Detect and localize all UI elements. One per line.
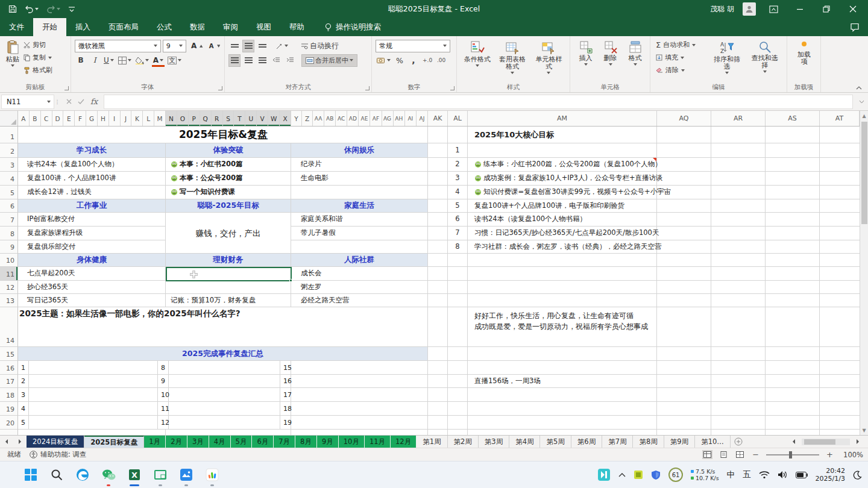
cell-motto[interactable]: 好好工作，快乐生活，用心复盘，让生命有迹可循 成功既是爱，爱是一切原动力，祝福所… (468, 307, 657, 347)
normal-view-icon[interactable] (702, 450, 712, 459)
formula-bar-splitter[interactable]: ⋮ (54, 99, 60, 105)
cell-header[interactable]: 聪聪-2025年目标 (166, 199, 291, 213)
cell[interactable] (657, 388, 711, 402)
cell-goal-item[interactable]: 复盘100讲+个人品牌100讲，电子版和印刷验货 (468, 199, 657, 213)
tray-yellow-app-icon[interactable] (634, 470, 643, 480)
cell-item-number[interactable]: 2 (448, 158, 468, 172)
insert-cells-button[interactable]: 插入 (574, 39, 597, 83)
cell[interactable] (766, 254, 820, 267)
zoom-level[interactable]: 100% (840, 451, 863, 459)
cell[interactable] (468, 430, 657, 435)
cell[interactable]: 纪录片 (291, 158, 428, 172)
cell[interactable] (766, 158, 820, 172)
column-header[interactable]: AC (336, 111, 347, 126)
cell[interactable] (448, 281, 468, 294)
cell[interactable] (766, 127, 820, 143)
tab-help[interactable]: 帮助 (280, 18, 313, 36)
column-header-at[interactable]: AT (820, 111, 860, 126)
undo-icon[interactable] (25, 5, 39, 13)
cell[interactable] (428, 240, 448, 254)
sheet-tab-month[interactable]: 3月 (187, 436, 209, 448)
column-header[interactable]: AI (405, 111, 417, 126)
cell[interactable] (657, 172, 711, 186)
hscroll-left-icon[interactable] (787, 439, 800, 444)
sheet-tab-week[interactable]: 第7周 (602, 436, 633, 448)
fill-button[interactable]: 填充 (654, 51, 708, 64)
cell[interactable]: 带儿子暑假 (291, 227, 428, 240)
cell[interactable] (657, 294, 711, 307)
ime-shape-indicator[interactable]: 五 (743, 469, 751, 480)
cell[interactable] (169, 416, 280, 430)
accessibility-status[interactable]: 辅助功能: 调查 (30, 450, 87, 459)
cell-goal-item[interactable]: 知识付费课=复盘创富30讲卖99元，视频号+公众号+小宇宙 (468, 186, 657, 199)
cell[interactable] (711, 307, 766, 347)
cell[interactable] (291, 186, 428, 199)
cell[interactable] (657, 281, 711, 294)
zoom-slider-handle[interactable] (789, 451, 792, 458)
cell[interactable] (657, 375, 711, 388)
cell[interactable]: 抄心经365天 (18, 281, 166, 294)
grow-font-button[interactable]: A (188, 40, 204, 52)
cell[interactable] (657, 143, 711, 158)
sheet-tab-week[interactable]: 第8周 (633, 436, 664, 448)
cell[interactable] (657, 127, 711, 143)
cell[interactable] (711, 240, 766, 254)
cell[interactable] (468, 416, 657, 430)
cell-merged[interactable] (166, 213, 291, 227)
cell[interactable] (169, 388, 280, 402)
align-bottom-icon[interactable] (256, 40, 268, 52)
column-header[interactable]: G (86, 111, 98, 126)
cell[interactable] (657, 213, 711, 227)
cell[interactable]: 复盘俱乐部交付 (18, 240, 166, 254)
tray-expand-icon[interactable] (618, 472, 626, 477)
cell-number[interactable]: 10 (158, 388, 169, 402)
cell-number[interactable]: 8 (158, 361, 169, 375)
cell[interactable] (169, 361, 280, 375)
save-icon[interactable] (8, 5, 17, 13)
horizontal-scrollbar[interactable] (787, 436, 868, 448)
column-header[interactable]: AH (394, 111, 405, 126)
cell-number[interactable]: 11 (158, 402, 169, 416)
cell[interactable]: IP创富私教交付 (18, 213, 166, 227)
align-top-icon[interactable] (228, 40, 241, 52)
cell-number[interactable]: 3 (18, 388, 29, 402)
cell-header[interactable]: 学习成长 (18, 143, 166, 158)
percent-style-button[interactable]: % (394, 54, 406, 67)
column-header[interactable]: D (52, 111, 64, 126)
cell[interactable] (820, 347, 860, 361)
night-mode-icon[interactable] (853, 471, 862, 480)
cell[interactable] (820, 172, 860, 186)
cell-styles-button[interactable]: 单元格样式 (531, 39, 567, 83)
vertical-scrollbar[interactable]: ▲ ▼ (860, 111, 868, 435)
cell[interactable] (428, 294, 448, 307)
cell[interactable] (820, 388, 860, 402)
cell[interactable] (766, 307, 820, 347)
cell[interactable] (468, 388, 657, 402)
column-header[interactable]: AG (382, 111, 394, 126)
comments-icon[interactable] (850, 23, 860, 32)
column-header[interactable]: B (30, 111, 41, 126)
cell[interactable]: 复盘家族课程升级 (18, 227, 166, 240)
cell[interactable] (448, 307, 468, 347)
column-header[interactable]: Y (291, 111, 302, 126)
column-header[interactable]: AA (313, 111, 324, 126)
tab-data[interactable]: 数据 (181, 18, 214, 36)
cell[interactable] (766, 281, 820, 294)
column-header-al[interactable]: AL (448, 111, 468, 126)
avatar[interactable] (743, 2, 756, 16)
column-header-selected[interactable]: R (212, 111, 223, 126)
cell-number[interactable]: 15 (280, 361, 291, 375)
cell-header[interactable]: 理财财务 (166, 254, 291, 267)
column-header-selected[interactable]: P (189, 111, 200, 126)
cell-number[interactable]: 2 (18, 375, 29, 388)
zoom-slider[interactable] (766, 454, 819, 455)
cell[interactable] (657, 361, 711, 375)
column-header[interactable]: AB (324, 111, 336, 126)
cell-number[interactable]: 9 (158, 375, 169, 388)
cell-item-number[interactable]: 4 (448, 186, 468, 199)
cell-live-note[interactable]: 直播156场，一周3场 (468, 375, 657, 388)
cell[interactable] (766, 227, 820, 240)
column-header[interactable]: E (63, 111, 75, 126)
cell-summary-title[interactable]: 2025完成事件复盘汇总 (18, 347, 428, 361)
cell[interactable] (820, 430, 860, 435)
